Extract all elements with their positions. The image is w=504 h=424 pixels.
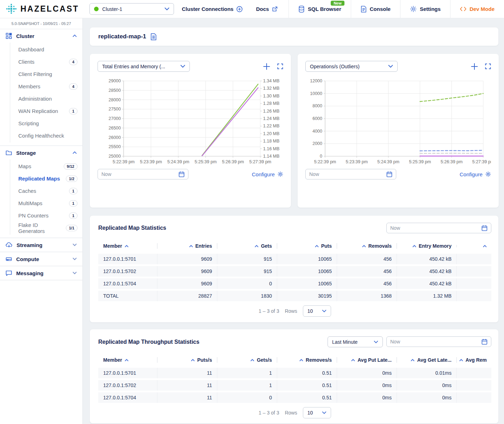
column-header-label: Member xyxy=(103,243,122,249)
count-badge: 1 xyxy=(69,188,77,194)
column-header-avg-rem[interactable]: Avg Rem xyxy=(456,357,492,363)
sidebar-item-clients[interactable]: Clients4 xyxy=(0,56,82,68)
sidebar-section-toggle-messaging[interactable]: Messaging xyxy=(0,266,82,280)
console-button[interactable]: Console xyxy=(351,0,400,18)
svg-text:1.32 MB: 1.32 MB xyxy=(263,86,280,91)
sidebar-item-config-healthcheck[interactable]: Config Healthcheck xyxy=(0,129,82,142)
column-header-avg-get-late[interactable]: Avg Get Late... xyxy=(397,357,456,363)
value-cell: 9609 xyxy=(157,254,217,264)
pagination: 1 – 3 of 3 Rows 10 xyxy=(98,407,491,418)
sidebar-item-flake-id-generators[interactable]: Flake ID Generators1/1 xyxy=(0,222,82,234)
column-header-entry-memory[interactable]: Entry Memory xyxy=(397,243,456,249)
operations-chart[interactable]: 1200010000800060004000200005:22:39 pm5:2… xyxy=(305,77,491,165)
time-travel-input[interactable]: Now xyxy=(386,223,491,233)
configure-link[interactable]: Configure xyxy=(252,171,283,177)
gear-icon xyxy=(410,6,417,12)
fullscreen-icon[interactable] xyxy=(277,63,283,69)
metric-select[interactable]: Total Entries and Memory (... xyxy=(98,61,190,72)
chevron-up-icon xyxy=(73,151,77,154)
column-header-avg-put-late[interactable]: Avg Put Late... xyxy=(337,357,397,363)
chevron-down-icon xyxy=(164,7,169,11)
sidebar-item-label: PN Counters xyxy=(18,213,69,219)
sidebar-item-caches[interactable]: Caches1 xyxy=(0,185,82,197)
count-badge: 1 xyxy=(69,213,77,219)
chart-panel-entries-memory: Total Entries and Memory (... xyxy=(90,54,291,208)
sidebar-item-label: Clients xyxy=(18,59,69,65)
time-travel-value: Now xyxy=(390,225,481,231)
cluster-selector[interactable]: Cluster-1 xyxy=(89,3,174,15)
column-header-gets-s[interactable]: Gets/s xyxy=(217,357,277,363)
section-items: DashboardClients4Client FilteringMembers… xyxy=(0,43,82,145)
dev-mode-toggle[interactable]: Dev Mode xyxy=(450,0,504,18)
value-cell: 0.51 xyxy=(277,392,337,403)
section-items: Maps9/12Replicated Maps1/2Caches1MultiMa… xyxy=(0,159,82,238)
value-cell: 0ms xyxy=(337,368,397,378)
add-chart-icon[interactable] xyxy=(263,63,270,70)
map-config-document-icon[interactable] xyxy=(150,33,157,40)
table-row[interactable]: 127.0.0.1:57049609010065456450.42 kB xyxy=(98,278,491,289)
table-row[interactable]: 127.0.0.1:57021110.510ms0ms xyxy=(98,380,491,391)
value-cell: 0 xyxy=(217,278,277,289)
sidebar-section-toggle-streaming[interactable]: Streaming xyxy=(0,238,82,252)
sql-browser-button[interactable]: New SQL Browser xyxy=(288,0,351,18)
sidebar-item-members[interactable]: Members4 xyxy=(0,80,82,93)
sidebar-section-streaming: Streaming xyxy=(0,238,82,252)
sidebar-item-pn-counters[interactable]: PN Counters1 xyxy=(0,209,82,222)
interval-select[interactable]: Last Minute xyxy=(328,336,383,347)
table-row[interactable]: 127.0.0.1:57041100.510ms0ms xyxy=(98,392,491,403)
gear-icon xyxy=(278,171,283,177)
sidebar-section-toggle-cluster[interactable]: Cluster xyxy=(0,29,82,43)
column-header-label: Avg Rem xyxy=(466,357,487,363)
sidebar-section-toggle-storage[interactable]: Storage xyxy=(0,146,82,159)
page-size-select[interactable]: 10 xyxy=(303,407,331,418)
column-header-removals[interactable]: Removals xyxy=(337,243,397,249)
sidebar-item-label: Dashboard xyxy=(18,46,77,52)
settings-button[interactable]: Settings xyxy=(400,0,450,18)
fullscreen-icon[interactable] xyxy=(485,63,491,69)
table-row[interactable]: 127.0.0.1:5702960991510065456450.42 kB xyxy=(98,266,491,277)
sidebar-section-toggle-compute[interactable]: Compute xyxy=(0,252,82,266)
top-header: HAZELCAST Cluster-1 Cluster Connections … xyxy=(0,0,504,18)
table-row[interactable]: TOTAL2882718303019513681.32 MB xyxy=(98,291,491,301)
series-removes-outlier xyxy=(420,153,483,154)
column-header-label: Removals xyxy=(368,243,392,249)
column-header-member[interactable]: Member xyxy=(98,243,157,249)
metric-select[interactable]: Operations/s (Outliers) xyxy=(305,61,398,72)
time-travel-input[interactable]: Now xyxy=(386,336,491,347)
column-header-puts[interactable]: Puts xyxy=(277,243,337,249)
time-travel-input[interactable]: Now xyxy=(98,169,188,179)
svg-text:25500: 25500 xyxy=(108,144,121,149)
sidebar-item-maps[interactable]: Maps9/12 xyxy=(0,160,82,172)
sidebar-item-wan-replication[interactable]: WAN Replication1 xyxy=(0,105,82,117)
pagination-range: 1 – 3 of 3 xyxy=(259,308,279,314)
column-header-extra[interactable] xyxy=(456,245,492,247)
column-header-member[interactable]: Member xyxy=(98,357,157,363)
column-header-gets[interactable]: Gets xyxy=(217,243,277,249)
sidebar-item-replicated-maps[interactable]: Replicated Maps1/2 xyxy=(0,172,82,185)
sidebar-item-administration[interactable]: Administration xyxy=(0,93,82,105)
calendar-icon xyxy=(179,171,185,177)
cluster-connections-label: Cluster Connections xyxy=(182,6,234,12)
chevron-down-icon xyxy=(322,310,326,312)
column-header-label: Gets/s xyxy=(257,357,272,363)
sidebar-item-scripting[interactable]: Scripting xyxy=(0,117,82,129)
table-row[interactable]: 127.0.0.1:5701960991510065456450.42 kB xyxy=(98,254,491,264)
docs-link[interactable]: Docs xyxy=(256,6,278,12)
sidebar-item-client-filtering[interactable]: Client Filtering xyxy=(0,68,82,80)
column-header-puts-s[interactable]: Puts/s xyxy=(157,357,217,363)
sidebar-item-multimaps[interactable]: MultiMaps1 xyxy=(0,197,82,209)
sidebar-item-dashboard[interactable]: Dashboard xyxy=(0,43,82,56)
count-badge: 1 xyxy=(69,200,77,207)
time-travel-input[interactable]: Now xyxy=(305,169,396,179)
configure-link[interactable]: Configure xyxy=(460,171,491,177)
cluster-connections-link[interactable]: Cluster Connections xyxy=(182,6,243,12)
sort-caret-icon xyxy=(250,359,254,361)
page-size-select[interactable]: 10 xyxy=(303,305,331,317)
sort-caret-icon xyxy=(315,245,319,247)
add-chart-icon[interactable] xyxy=(471,63,478,70)
cluster-status-dot xyxy=(94,7,99,11)
entries-memory-chart[interactable]: 2900028500280002750027000265002600025500… xyxy=(98,77,283,165)
column-header-entries[interactable]: Entries xyxy=(157,243,217,249)
table-row[interactable]: 127.0.0.1:57011110.510ms0.01ms xyxy=(98,368,491,378)
column-header-removes-s[interactable]: Removes/s xyxy=(277,357,337,363)
